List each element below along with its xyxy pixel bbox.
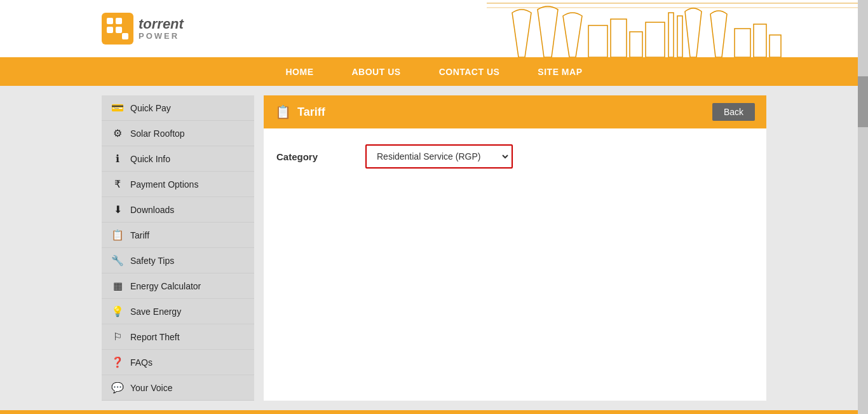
sidebar-item-tariff[interactable]: 📋 Tariff [102, 223, 254, 248]
navbar: HOME ABOUT US CONTACT US SITE MAP [0, 57, 868, 86]
sidebar-item-safety-tips[interactable]: 🔧 Safety Tips [102, 248, 254, 273]
logo-icon [102, 13, 133, 45]
scrollbar[interactable] [858, 0, 868, 414]
sidebar-label-quick-info: Quick Info [130, 154, 170, 164]
category-select[interactable]: Residential Service (RGP) Commercial Ser… [368, 147, 510, 166]
main-content: 💳 Quick Pay ⚙ Solar Rooftop ℹ Quick Info… [0, 86, 868, 410]
sidebar-item-energy-calculator[interactable]: ▦ Energy Calculator [102, 273, 254, 299]
sidebar-item-quick-info[interactable]: ℹ Quick Info [102, 146, 254, 172]
content-body: Category Residential Service (RGP) Comme… [264, 128, 766, 197]
svg-rect-1 [107, 18, 113, 24]
svg-rect-13 [754, 24, 766, 57]
nav-contact-us[interactable]: CONTACT US [420, 57, 519, 86]
content-area: 📋 Tariff Back Category Residential Servi… [264, 95, 766, 401]
sidebar-item-your-voice[interactable]: 💬 Your Voice [102, 375, 254, 401]
footer: © Torrent Power Limited. All Right Reser… [0, 410, 868, 414]
sidebar-item-payment-options[interactable]: ₹ Payment Options [102, 172, 254, 197]
download-icon: ⬇ [111, 204, 124, 216]
svg-rect-5 [122, 33, 128, 39]
sidebar-label-safety-tips: Safety Tips [130, 256, 174, 266]
rupee-icon: ₹ [111, 178, 124, 190]
sidebar-label-solar-rooftop: Solar Rooftop [130, 128, 185, 139]
svg-rect-6 [588, 25, 607, 57]
scrollbar-thumb[interactable] [858, 76, 868, 127]
sidebar-item-save-energy[interactable]: 💡 Save Energy [102, 299, 254, 324]
logo-torrent: torrent [139, 17, 184, 32]
sidebar-item-solar-rooftop[interactable]: ⚙ Solar Rooftop [102, 121, 254, 146]
content-header-left: 📋 Tariff [275, 104, 325, 120]
question-icon: ❓ [111, 356, 124, 368]
credit-card-icon: 💳 [111, 102, 124, 114]
sidebar-label-faqs: FAQs [130, 357, 153, 368]
svg-rect-3 [107, 27, 113, 33]
flag-icon: ⚐ [111, 331, 124, 343]
bulb-icon: 💡 [111, 305, 124, 317]
sidebar-label-save-energy: Save Energy [130, 307, 181, 317]
svg-rect-4 [116, 27, 122, 33]
logo-area[interactable]: torrent POWER [102, 13, 184, 45]
sidebar-label-payment-options: Payment Options [130, 179, 198, 190]
svg-rect-14 [770, 35, 781, 57]
chat-icon: 💬 [111, 382, 124, 394]
nav-home[interactable]: HOME [267, 57, 333, 86]
logo-power: POWER [139, 32, 184, 41]
skyline-decoration [296, 0, 868, 57]
gear-icon: ⚙ [111, 127, 124, 139]
header: torrent POWER [0, 0, 868, 57]
svg-rect-10 [668, 13, 674, 57]
book-icon: 📋 [111, 229, 124, 241]
content-title: Tariff [297, 106, 325, 119]
sidebar-label-energy-calculator: Energy Calculator [130, 281, 201, 291]
sidebar-item-faqs[interactable]: ❓ FAQs [102, 350, 254, 375]
category-row: Category Residential Service (RGP) Comme… [276, 144, 754, 169]
grid-icon: ▦ [111, 280, 124, 292]
svg-rect-9 [646, 22, 665, 57]
sidebar: 💳 Quick Pay ⚙ Solar Rooftop ℹ Quick Info… [102, 95, 254, 401]
logo-text: torrent POWER [139, 17, 184, 41]
tariff-book-icon: 📋 [275, 104, 291, 120]
sidebar-label-tariff: Tariff [130, 230, 149, 240]
category-select-wrapper: Residential Service (RGP) Commercial Ser… [365, 144, 513, 169]
svg-rect-8 [630, 32, 642, 57]
svg-rect-12 [735, 29, 750, 57]
svg-rect-2 [116, 18, 122, 24]
sidebar-item-quick-pay[interactable]: 💳 Quick Pay [102, 95, 254, 121]
category-label: Category [276, 151, 353, 162]
nav-site-map[interactable]: SITE MAP [519, 57, 601, 86]
svg-rect-7 [611, 19, 627, 57]
back-button[interactable]: Back [712, 103, 755, 121]
sidebar-item-downloads[interactable]: ⬇ Downloads [102, 197, 254, 223]
sidebar-item-report-theft[interactable]: ⚐ Report Theft [102, 324, 254, 350]
sidebar-label-quick-pay: Quick Pay [130, 103, 171, 113]
content-header: 📋 Tariff Back [264, 95, 766, 128]
sidebar-label-report-theft: Report Theft [130, 332, 180, 342]
nav-about-us[interactable]: ABOUT US [333, 57, 420, 86]
info-icon: ℹ [111, 153, 124, 165]
sidebar-label-your-voice: Your Voice [130, 383, 172, 393]
svg-rect-11 [677, 16, 682, 57]
sidebar-label-downloads: Downloads [130, 205, 174, 215]
wrench-icon: 🔧 [111, 254, 124, 266]
